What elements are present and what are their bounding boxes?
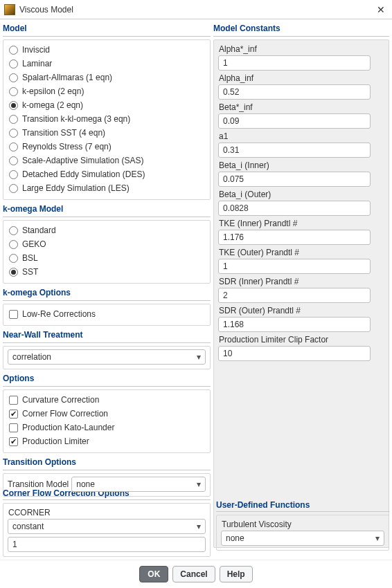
model-group: InviscidLaminarSpalart-Allmaras (1 eqn)k… [3,39,211,200]
cancel-button[interactable]: Cancel [172,566,215,582]
near-wall-group: correlation [3,346,211,369]
section-near-wall: Near-Wall Treatment [3,330,211,340]
constant-value: 10 [223,349,232,358]
udf-group: Turbulent Viscosity none [216,515,389,551]
checkbox-label: Curvature Correction [22,395,99,405]
checkbox-option[interactable]: Low-Re Corrections [8,307,206,321]
radio-indicator [9,46,18,55]
radio-indicator [9,240,18,249]
udf-select[interactable]: none [221,531,384,546]
checkbox-label: Low-Re Corrections [22,309,96,319]
constant-input[interactable]: 0.31 [218,143,371,158]
constant-field: Production Limiter Clip Factor10 [218,335,384,361]
radio-indicator [9,170,18,179]
checkbox-option[interactable]: Production Limiter [8,434,206,448]
radio-indicator [9,115,18,124]
checkbox-indicator [9,437,18,446]
radio-option[interactable]: GEKO [8,237,206,251]
constant-input[interactable]: 0.09 [218,113,371,129]
radio-option[interactable]: Reynolds Stress (7 eqn) [8,140,206,154]
constant-value: 0.31 [223,145,239,155]
radio-option[interactable]: Large Eddy Simulation (LES) [8,181,206,195]
ccorner-mode-select[interactable]: constant [8,519,206,534]
radio-option[interactable]: Transition k-kl-omega (3 eqn) [8,112,206,126]
ok-button[interactable]: OK [139,566,168,582]
radio-option[interactable]: Inviscid [8,43,206,57]
radio-option[interactable]: BSL [8,251,206,265]
section-transition: Transition Options [3,457,211,467]
help-button[interactable]: Help [220,566,253,582]
transition-model-select[interactable]: none [71,477,206,492]
radio-option[interactable]: Detached Eddy Simulation (DES) [8,167,206,181]
divider [3,217,211,217]
constant-label: a1 [219,131,384,141]
constant-value: 1.176 [223,232,244,242]
radio-option[interactable]: Scale-Adaptive Simulation (SAS) [8,154,206,167]
radio-label: GEKO [22,239,46,249]
section-model-constants: Model Constants [213,24,389,33]
checkbox-indicator [9,310,18,319]
section-options: Options [3,374,211,383]
divider [216,511,389,512]
constant-input[interactable]: 1.176 [218,230,371,245]
constant-input[interactable]: 1 [218,259,371,274]
radio-option[interactable]: Laminar [8,57,206,71]
checkbox-label: Production Limiter [22,437,89,446]
constant-input[interactable]: 0.075 [218,172,371,187]
cancel-label: Cancel [180,569,207,579]
radio-indicator [9,143,18,151]
komega-options-group: Low-Re Corrections [3,304,211,326]
radio-option[interactable]: SST [8,265,206,279]
ccorner-label: CCORNER [8,508,206,517]
constant-field: Beta*_inf0.09 [218,102,384,129]
ccorner-value-input[interactable]: 1 [8,537,206,552]
constant-input[interactable]: 10 [218,346,371,361]
radio-indicator [9,226,18,235]
constant-label: Alpha*_inf [219,44,384,54]
constant-input[interactable]: 1.168 [218,317,371,332]
corner-flow-group: CCORNER constant 1 [3,503,211,557]
constant-label: SDR (Outer) Prandtl # [219,306,384,315]
radio-indicator [9,184,18,193]
close-button[interactable]: ✕ [374,4,388,15]
checkbox-indicator [9,396,18,405]
constant-input[interactable]: 0.0828 [218,201,371,216]
model-constants-group: Alpha*_inf1Alpha_inf0.52Beta*_inf0.09a10… [213,39,389,548]
divider [3,470,211,470]
divider [3,342,211,343]
transition-model-value: none [76,479,95,489]
checkbox-indicator [9,410,18,419]
app-icon [4,4,15,15]
udf-value: none [226,533,244,543]
constant-field: SDR (Inner) Prandtl #2 [218,277,384,303]
radio-label: Spalart-Allmaras (1 eqn) [22,73,112,82]
near-wall-select[interactable]: correlation [8,349,206,365]
radio-label: Scale-Adaptive Simulation (SAS) [22,156,143,165]
radio-option[interactable]: k-epsilon (2 eqn) [8,84,206,98]
radio-option[interactable]: k-omega (2 eqn) [8,98,206,112]
checkbox-option[interactable]: Production Kato-Launder [8,421,206,434]
ccorner-mode-value: constant [12,522,44,531]
radio-label: Reynolds Stress (7 eqn) [22,142,112,151]
ccorner-value: 1 [12,540,17,549]
checkbox-option[interactable]: Curvature Correction [8,393,206,407]
constant-input[interactable]: 1 [218,55,371,71]
komega-model-group: StandardGEKOBSLSST [3,220,211,284]
udf-label: Turbulent Viscosity [222,520,384,529]
checkbox-label: Production Kato-Launder [22,423,114,432]
radio-label: k-omega (2 eqn) [22,100,83,110]
radio-option[interactable]: Transition SST (4 eqn) [8,126,206,140]
checkbox-label: Corner Flow Correction [22,409,108,419]
section-model: Model [3,24,211,33]
constant-input[interactable]: 2 [218,288,371,303]
section-udf: User-Defined Functions [216,500,389,510]
constant-input[interactable]: 0.52 [218,84,371,100]
radio-option[interactable]: Spalart-Allmaras (1 eqn) [8,71,206,84]
radio-label: Detached Eddy Simulation (DES) [22,169,145,179]
radio-option[interactable]: Standard [8,223,206,237]
radio-indicator [9,129,18,138]
ok-label: OK [148,569,160,579]
section-komega-model: k-omega Model [3,204,211,214]
checkbox-option[interactable]: Corner Flow Correction [8,407,206,421]
constant-label: Beta*_inf [219,102,384,112]
